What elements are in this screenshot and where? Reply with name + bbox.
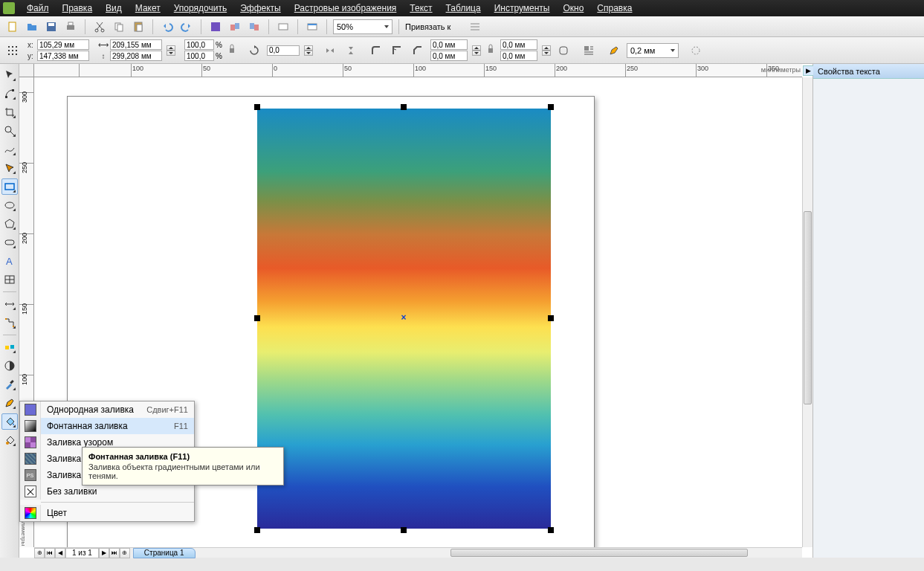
zoom-tool[interactable]	[1, 123, 18, 139]
height-input[interactable]: 299,208 мм	[110, 51, 162, 61]
angle-input[interactable]: 0,0	[267, 45, 300, 56]
corner-x1-input[interactable]: 0,0 мм	[430, 39, 468, 50]
polygon-tool[interactable]	[1, 216, 18, 232]
dimension-tool[interactable]	[1, 296, 18, 312]
corner-scallop-button[interactable]	[389, 42, 405, 59]
smart-fill-tool[interactable]	[1, 160, 18, 176]
menu-text[interactable]: Текст	[404, 1, 438, 15]
basic-shapes-tool[interactable]	[1, 234, 18, 251]
handle-bc[interactable]	[401, 527, 407, 533]
export-button[interactable]	[227, 19, 243, 35]
eyedropper-tool[interactable]	[1, 376, 18, 393]
mirror-v-button[interactable]	[343, 42, 359, 59]
uniform-fill-item[interactable]: Однородная заливка Сдвиг+F11	[20, 401, 194, 418]
copy-button[interactable]	[111, 19, 127, 35]
menu-file[interactable]: Файл	[21, 1, 55, 15]
menu-arrange[interactable]: Упорядочить	[168, 1, 233, 15]
ruler-origin[interactable]	[19, 64, 34, 77]
blend-tool[interactable]	[1, 339, 18, 355]
hscroll-thumb[interactable]	[450, 549, 748, 557]
menu-bitmaps[interactable]: Растровые изображения	[288, 1, 403, 15]
app-launcher-button[interactable]	[275, 19, 291, 35]
handle-tc[interactable]	[401, 104, 407, 110]
scale-y-input[interactable]: 100,0	[184, 51, 214, 61]
menu-layout[interactable]: Макет	[129, 1, 167, 15]
zoom-combo[interactable]: 50%	[333, 19, 392, 34]
fill-tool[interactable]	[1, 413, 18, 430]
add-page-after-button[interactable]: ⊕	[120, 548, 130, 558]
handle-bl[interactable]	[254, 527, 260, 533]
ellipse-tool[interactable]	[1, 197, 18, 213]
menu-effects[interactable]: Эффекты	[234, 1, 287, 15]
shape-tool[interactable]	[1, 86, 18, 102]
rectangle-tool[interactable]	[1, 178, 18, 195]
print-button[interactable]	[62, 19, 79, 35]
handle-br[interactable]	[548, 527, 554, 533]
vscroll-thumb[interactable]	[804, 211, 812, 404]
prev-page-button[interactable]: ◀	[55, 548, 65, 558]
corner-y2-input[interactable]: 0,0 мм	[500, 51, 537, 61]
freehand-tool[interactable]	[1, 141, 18, 158]
save-button[interactable]	[43, 19, 59, 35]
relative-corner-button[interactable]	[555, 42, 572, 59]
redo-button[interactable]	[178, 19, 195, 35]
import-button[interactable]	[207, 19, 224, 35]
pick-tool[interactable]	[1, 67, 18, 83]
handle-mr[interactable]	[548, 315, 554, 321]
menu-window[interactable]: Окно	[557, 1, 589, 15]
fountain-fill-item[interactable]: Фонтанная заливка F11	[20, 418, 194, 434]
menu-help[interactable]: Справка	[591, 1, 638, 15]
menu-view[interactable]: Вид	[100, 1, 128, 15]
scale-x-input[interactable]: 100,0	[184, 39, 214, 50]
docker-title[interactable]: Свойства текста	[813, 64, 924, 79]
object-origin-button[interactable]	[4, 42, 21, 59]
corner-y1-input[interactable]: 0,0 мм	[430, 51, 468, 61]
corner-lock-button[interactable]	[485, 40, 496, 61]
publish-button[interactable]	[246, 19, 262, 35]
lock-ratio-button[interactable]	[227, 40, 237, 61]
handle-tl[interactable]	[254, 104, 260, 110]
to-curves-button[interactable]	[688, 42, 704, 59]
selection-center-icon[interactable]: ×	[400, 314, 407, 321]
corner-chamfer-button[interactable]	[410, 42, 426, 59]
interactive-fill-tool[interactable]	[1, 432, 18, 448]
x-input[interactable]: 105,29 мм	[37, 39, 89, 50]
handle-tr[interactable]	[548, 104, 554, 110]
wrap-text-button[interactable]	[581, 42, 597, 59]
next-page-button[interactable]: ▶	[99, 548, 109, 558]
undo-button[interactable]	[159, 19, 175, 35]
transparency-tool[interactable]	[1, 358, 18, 374]
docker-collapse-button[interactable]: ▶	[803, 65, 813, 76]
paste-button[interactable]	[130, 19, 146, 35]
snap-dropdown[interactable]	[453, 19, 464, 35]
table-tool[interactable]	[1, 271, 18, 288]
corner-round-button[interactable]	[368, 42, 384, 59]
menu-edit[interactable]: Правка	[56, 1, 99, 15]
angle-spinners[interactable]	[304, 45, 313, 56]
open-button[interactable]	[24, 19, 40, 35]
color-docker-item[interactable]: Цвет	[20, 505, 194, 521]
connector-tool[interactable]	[1, 314, 18, 331]
last-page-button[interactable]: ⏭	[109, 548, 120, 558]
page-tab-1[interactable]: Страница 1	[133, 548, 196, 558]
mirror-h-button[interactable]	[322, 42, 338, 59]
menu-table[interactable]: Таблица	[440, 1, 487, 15]
vertical-scrollbar[interactable]	[802, 77, 812, 547]
corner-x2-input[interactable]: 0,0 мм	[500, 39, 537, 50]
width-input[interactable]: 209,155 мм	[110, 39, 162, 50]
handle-ml[interactable]	[254, 315, 260, 321]
text-tool[interactable]: A	[1, 253, 18, 269]
new-button[interactable]	[4, 19, 21, 35]
outline-width-combo[interactable]: 0,2 мм	[627, 43, 679, 58]
size-spinners[interactable]	[167, 45, 175, 56]
no-fill-item[interactable]: Без заливки	[20, 483, 194, 500]
welcome-button[interactable]	[304, 19, 320, 35]
outline-pen-tool[interactable]	[1, 395, 18, 411]
snap-options-button[interactable]	[467, 19, 483, 35]
menu-tools[interactable]: Инструменты	[488, 1, 556, 15]
horizontal-ruler[interactable]: миллиметры 10050050100150200250300350	[34, 64, 802, 77]
y-input[interactable]: 147,338 мм	[37, 51, 89, 61]
add-page-button[interactable]: ⊕	[34, 548, 45, 558]
first-page-button[interactable]: ⏮	[45, 548, 55, 558]
cut-button[interactable]	[91, 19, 108, 35]
